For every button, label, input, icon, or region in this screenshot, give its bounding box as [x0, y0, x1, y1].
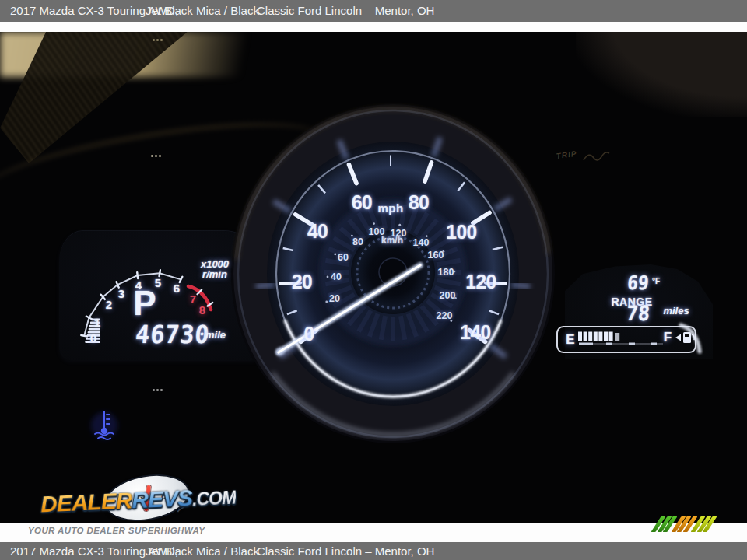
top-white-strip	[0, 22, 747, 32]
bottom-caption-bar: 2017 Mazda CX-3 Touring AWD, Jet Black M…	[0, 542, 747, 560]
trip-scribble-mark	[584, 152, 609, 160]
fuel-gauge	[557, 325, 700, 352]
coolant-temp-icon	[91, 411, 117, 439]
paint-color-label: Jet Black Mica / Black	[146, 4, 259, 17]
fuel-door-arrow-icon	[675, 334, 681, 341]
top-caption-bar: 2017 Mazda CX-3 Touring AWD, Jet Black M…	[0, 0, 747, 22]
dealer-photo-page: 2017 Mazda CX-3 Touring AWD, Jet Black M…	[0, 0, 747, 560]
paint-color-label: Jet Black Mica / Black	[146, 544, 259, 558]
hash-group-orange	[676, 516, 693, 532]
hash-group-green	[656, 516, 672, 532]
dealer-name-label: Classic Ford Lincoln – Mentor, OH	[257, 4, 434, 17]
logo-tagline: Your Auto Dealer SuperHighway	[28, 526, 205, 535]
hash-marks-logo	[656, 516, 712, 532]
dealer-name-label: Classic Ford Lincoln – Mentor, OH	[257, 544, 434, 558]
hash-group-yellow	[696, 516, 712, 532]
gauge-graphics	[0, 0, 747, 560]
